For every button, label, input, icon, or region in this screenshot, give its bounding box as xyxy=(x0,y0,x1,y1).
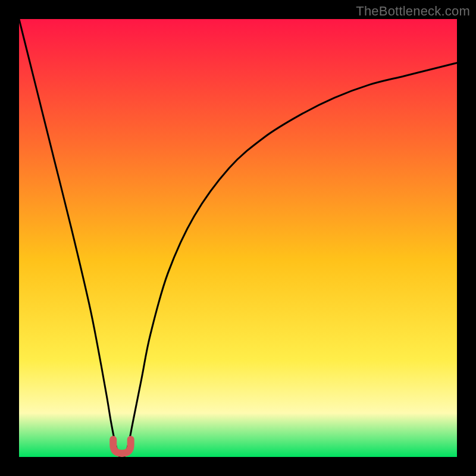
chart-frame: TheBottleneck.com xyxy=(0,0,476,476)
plot-svg xyxy=(19,19,457,457)
watermark-text: TheBottleneck.com xyxy=(356,4,470,19)
gradient-background xyxy=(19,19,457,457)
plot-area xyxy=(19,19,457,457)
